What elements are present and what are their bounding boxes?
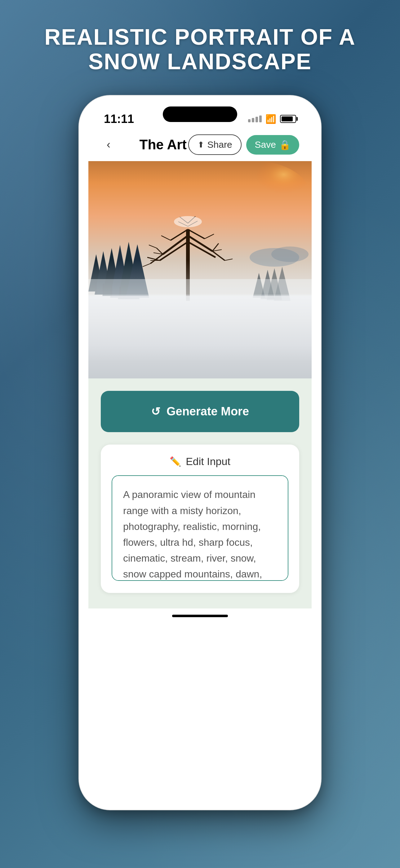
page-title: REALISTIC PORTRAIT OF A SNOW LANDSCAPE (20, 25, 380, 74)
share-label: Share (207, 140, 232, 150)
svg-point-50 (202, 340, 236, 348)
phone-frame: 11:11 📶 ‹ The Art ⬆ Share Save 🔒 (79, 96, 321, 810)
svg-point-49 (173, 344, 202, 351)
wifi-icon: 📶 (265, 114, 276, 124)
svg-point-48 (138, 337, 175, 346)
svg-point-44 (135, 337, 178, 358)
landscape-svg (88, 161, 312, 378)
status-bar: 11:11 📶 (88, 105, 312, 130)
pencil-icon: ✏️ (170, 456, 181, 467)
save-button[interactable]: Save 🔒 (246, 135, 299, 155)
nav-actions: ⬆ Share Save 🔒 (188, 134, 299, 155)
refresh-icon: ↺ (151, 405, 160, 418)
svg-point-3 (271, 247, 308, 262)
back-arrow-icon: ‹ (107, 138, 110, 151)
back-button[interactable]: ‹ (101, 137, 116, 152)
generate-more-label: Generate More (167, 405, 249, 418)
status-time: 11:11 (104, 113, 134, 126)
svg-point-51 (232, 342, 255, 349)
save-icon: 🔒 (279, 140, 291, 150)
art-image-content (88, 161, 312, 378)
generate-more-button[interactable]: ↺ Generate More (101, 391, 299, 432)
nav-bar: ‹ The Art ⬆ Share Save 🔒 (88, 130, 312, 161)
svg-point-1 (200, 161, 312, 236)
edit-section: ✏️ Edit Input (101, 444, 299, 593)
signal-icon (248, 116, 262, 122)
dynamic-island (163, 106, 237, 122)
edit-header: ✏️ Edit Input (112, 456, 288, 468)
svg-rect-52 (88, 279, 312, 341)
battery-icon (280, 115, 296, 123)
svg-rect-39 (88, 260, 312, 378)
content-area: ↺ Generate More ✏️ Edit Input (88, 378, 312, 609)
share-icon: ⬆ (198, 140, 204, 150)
svg-rect-53 (88, 294, 312, 341)
status-icons: 📶 (248, 114, 296, 124)
svg-point-47 (229, 344, 257, 357)
svg-point-46 (198, 339, 239, 359)
edit-input-label: Edit Input (186, 456, 230, 468)
share-button[interactable]: ⬆ Share (188, 134, 241, 155)
save-label: Save (255, 140, 276, 150)
svg-point-38 (174, 216, 202, 227)
home-indicator (172, 615, 228, 617)
art-image (88, 161, 312, 378)
edit-textarea[interactable] (112, 475, 288, 581)
svg-point-45 (171, 343, 205, 361)
